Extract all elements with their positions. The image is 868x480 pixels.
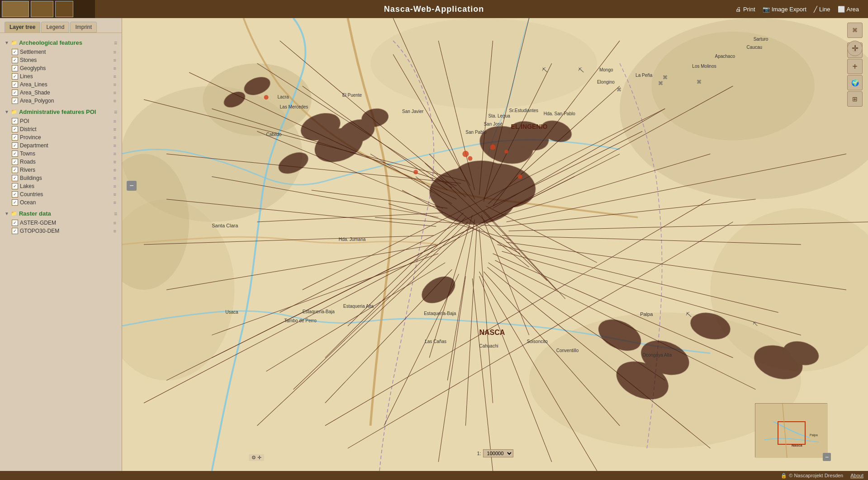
- tab-layer-tree[interactable]: Layer tree: [5, 22, 40, 33]
- layer-stones-checkbox[interactable]: ✓: [12, 57, 18, 63]
- area-icon: ⬜: [838, 6, 845, 13]
- svg-text:Soisoncito: Soisoncito: [527, 339, 548, 344]
- layer-ocean-checkbox[interactable]: ✓: [12, 199, 18, 206]
- map-collapse-button[interactable]: −: [127, 181, 137, 191]
- zoom-globe-btn[interactable]: 🌍: [847, 75, 863, 90]
- coordinate-values: ⚙ ✛: [251, 455, 261, 460]
- layer-poi-checkbox[interactable]: ✓: [12, 118, 18, 124]
- svg-text:Usaca: Usaca: [225, 310, 238, 315]
- svg-text:Las Cañas: Las Cañas: [425, 339, 446, 344]
- layer-rivers-checkbox[interactable]: ✓: [12, 167, 18, 173]
- keyboard-shortcut-btn[interactable]: ⌘: [847, 23, 863, 38]
- layer-countries-checkbox[interactable]: ✓: [12, 191, 18, 198]
- layer-province-menu[interactable]: ≡: [114, 135, 116, 140]
- layer-lines-checkbox[interactable]: ✓: [12, 73, 18, 80]
- layer-province-label: Province: [20, 134, 112, 141]
- group-raster-menu-icon[interactable]: ≡: [114, 211, 117, 217]
- zoom-in-btn[interactable]: +: [847, 59, 863, 74]
- group-raster-arrow: ▼: [5, 211, 9, 216]
- layer-countries-menu[interactable]: ≡: [114, 192, 116, 197]
- image-export-tool[interactable]: 📷 Image Export: [763, 6, 806, 13]
- about-link[interactable]: About: [850, 473, 863, 478]
- area-tool[interactable]: ⬜ Area: [838, 6, 859, 13]
- group-administrative-header[interactable]: ▼ 📁 Administrative features POI ≡: [4, 107, 118, 117]
- svg-point-92: [434, 174, 515, 224]
- layer-lakes-menu[interactable]: ≡: [114, 184, 116, 189]
- group-administrative-label: Administrative features POI: [19, 108, 96, 115]
- coordinates-display: ⚙ ✛: [249, 454, 264, 461]
- svg-point-105: [490, 145, 495, 150]
- group-archeological-header[interactable]: ▼ 📁 Archeological features ≡: [4, 38, 118, 48]
- svg-text:Estaqueria-Baja: Estaqueria-Baja: [303, 309, 335, 314]
- tab-legend[interactable]: Legend: [41, 22, 69, 33]
- layer-geoglyphs-label: Geoglyphs: [20, 65, 112, 71]
- layer-gtopo30-dem-label: GTOPO30-DEM: [20, 228, 112, 234]
- layer-settlement-checkbox[interactable]: ✓: [12, 49, 18, 55]
- layer-province-checkbox[interactable]: ✓: [12, 134, 18, 141]
- svg-text:Cahuachi: Cahuachi: [479, 344, 498, 348]
- layer-towns-menu[interactable]: ≡: [114, 151, 116, 156]
- scale-select[interactable]: 100000 50000 250000 10000 5000 1000: [483, 449, 513, 457]
- pan-control[interactable]: ✛: [847, 41, 863, 56]
- map-area[interactable]: NASCA EL INGENIO Santa Clara Tambo de Pe…: [122, 18, 868, 471]
- svg-text:Nasca: Nasca: [792, 443, 802, 447]
- layer-area-shade-label: Area_Shade: [20, 89, 112, 96]
- layer-buildings: ✓ Buildings ≡: [4, 174, 118, 182]
- layer-area-polygon-checkbox[interactable]: ✓: [12, 98, 18, 104]
- layer-department-menu[interactable]: ≡: [114, 143, 116, 148]
- svg-text:⌘: ⌘: [658, 80, 663, 86]
- layer-settlement-menu[interactable]: ≡: [114, 49, 116, 55]
- group-archeological-arrow: ▼: [5, 40, 9, 45]
- group-administrative-menu-icon[interactable]: ≡: [114, 109, 117, 115]
- svg-text:Palpa: Palpa: [810, 433, 818, 437]
- layer-aster-gdem: ✓ ASTER-GDEM ≡: [4, 219, 118, 227]
- layer-roads-menu[interactable]: ≡: [114, 159, 116, 165]
- layer-settlement: ✓ Settlement ≡: [4, 48, 118, 56]
- mini-map-collapse-button[interactable]: −: [823, 453, 831, 461]
- header-logo: [0, 0, 95, 18]
- layer-lines-menu[interactable]: ≡: [114, 74, 116, 79]
- layer-buildings-menu[interactable]: ≡: [114, 175, 116, 181]
- svg-text:Tambo de Perro: Tambo de Perro: [285, 318, 317, 323]
- layer-settlement-label: Settlement: [20, 49, 112, 55]
- layer-area-shade-checkbox[interactable]: ✓: [12, 89, 18, 96]
- layer-stones-menu[interactable]: ≡: [114, 57, 116, 63]
- print-label: Print: [743, 6, 755, 13]
- svg-text:Estaqueria Alta: Estaqueria Alta: [343, 304, 374, 309]
- layer-towns-checkbox[interactable]: ✓: [12, 151, 18, 157]
- layer-roads-checkbox[interactable]: ✓: [12, 159, 18, 165]
- layer-area-shade-menu[interactable]: ≡: [114, 90, 116, 95]
- group-raster-header[interactable]: ▼ 📁 Raster data ≡: [4, 208, 118, 219]
- layer-area-polygon-menu[interactable]: ≡: [114, 98, 116, 104]
- layer-area-shade: ✓ Area_Shade ≡: [4, 89, 118, 97]
- layer-district-menu[interactable]: ≡: [114, 127, 116, 132]
- layer-gtopo30-dem-menu[interactable]: ≡: [114, 228, 116, 234]
- layers-btn[interactable]: ⊞: [847, 91, 863, 107]
- group-archeological-menu-icon[interactable]: ≡: [114, 40, 117, 46]
- layer-poi-menu[interactable]: ≡: [114, 118, 116, 124]
- print-tool[interactable]: 🖨 Print: [735, 6, 755, 13]
- layer-aster-gdem-menu[interactable]: ≡: [114, 220, 116, 226]
- layer-department: ✓ Department ≡: [4, 141, 118, 150]
- layer-geoglyphs-checkbox[interactable]: ✓: [12, 65, 18, 71]
- group-raster: ▼ 📁 Raster data ≡ ✓ ASTER-GDEM ≡ ✓ GTOPO…: [0, 207, 122, 236]
- line-tool[interactable]: ╱ Line: [814, 6, 830, 13]
- layer-gtopo30-dem-checkbox[interactable]: ✓: [12, 228, 18, 234]
- layer-district-checkbox[interactable]: ✓: [12, 126, 18, 132]
- layer-area-lines-checkbox[interactable]: ✓: [12, 81, 18, 88]
- layer-poi-label: POI: [20, 118, 112, 124]
- layer-buildings-checkbox[interactable]: ✓: [12, 175, 18, 181]
- layer-department-checkbox[interactable]: ✓: [12, 142, 18, 149]
- layer-buildings-label: Buildings: [20, 175, 112, 181]
- layer-ocean-label: Ocean: [20, 199, 112, 206]
- layer-area-lines-menu[interactable]: ≡: [114, 82, 116, 87]
- svg-text:Sta. Legua: Sta. Legua: [488, 113, 510, 118]
- group-archeological: ▼ 📁 Archeological features ≡ ✓ Settlemen…: [0, 37, 122, 106]
- layer-ocean-menu[interactable]: ≡: [114, 200, 116, 205]
- line-icon: ╱: [814, 6, 817, 13]
- layer-rivers-menu[interactable]: ≡: [114, 167, 116, 173]
- layer-lakes-checkbox[interactable]: ✓: [12, 183, 18, 189]
- layer-aster-gdem-checkbox[interactable]: ✓: [12, 220, 18, 226]
- tab-imprint[interactable]: Imprint: [70, 22, 97, 33]
- layer-geoglyphs-menu[interactable]: ≡: [114, 66, 116, 71]
